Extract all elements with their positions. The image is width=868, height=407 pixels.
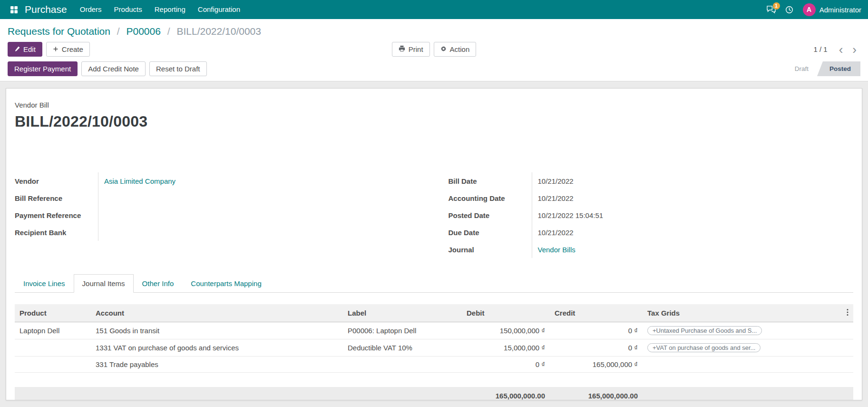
navbar-right: 1 A Administrator [767, 3, 861, 16]
breadcrumb-separator: / [167, 26, 170, 37]
cell-product [15, 357, 91, 373]
breadcrumb-separator: / [117, 26, 120, 37]
cell-label: Deductible VAT 10% [343, 339, 462, 357]
activity-clock-icon[interactable] [785, 6, 793, 14]
col-debit[interactable]: Debit [462, 304, 550, 322]
reset-to-draft-button[interactable]: Reset to Draft [149, 61, 207, 76]
vendor-label: Vendor [15, 172, 98, 189]
due-date-value: 10/21/2022 [532, 224, 854, 241]
state-posted[interactable]: Posted [817, 61, 860, 76]
user-menu[interactable]: A Administrator [803, 3, 861, 16]
optional-columns-toggle[interactable] [840, 304, 853, 322]
col-tax-grids[interactable]: Tax Grids [643, 304, 840, 322]
totals-empty [15, 387, 91, 401]
table-row[interactable]: Laptopn Dell 151 Goods in transit P00006… [15, 322, 853, 339]
totals-debit: 165,000,000.00 [462, 387, 550, 401]
totals-empty [840, 387, 853, 401]
due-date-label: Due Date [449, 224, 532, 241]
cell-product: Laptopn Dell [15, 322, 91, 339]
statusbar: Register Payment Add Credit Note Reset t… [0, 61, 868, 81]
bill-date-value: 10/21/2022 [532, 172, 854, 189]
avatar: A [803, 3, 816, 16]
state-widget: Draft Posted [786, 61, 860, 76]
create-button-label: Create [62, 45, 83, 53]
print-button-label: Print [409, 45, 423, 53]
breadcrumb-rfq[interactable]: Requests for Quotation [8, 26, 110, 37]
field-bill-date: Bill Date 10/21/2022 [449, 172, 854, 189]
bill-reference-label: Bill Reference [15, 189, 98, 207]
table-row[interactable]: 331 Trade payables 0 ₫ 165,000,000 ₫ [15, 357, 853, 373]
pager: 1 / 1 ‹ › [476, 43, 860, 56]
menu-configuration[interactable]: Configuration [192, 0, 246, 19]
vendor-value[interactable]: Asia Limited Company [98, 172, 420, 189]
cell-credit: 0 ₫ [550, 339, 643, 357]
field-accounting-date: Accounting Date 10/21/2022 [449, 189, 854, 207]
cp-left-buttons: Edit Create [8, 42, 392, 57]
cell-account: 1331 VAT on purchase of goods and servic… [91, 339, 343, 357]
pager-next-icon[interactable]: › [848, 43, 860, 56]
cell-debit: 15,000,000 ₫ [462, 339, 550, 357]
vendor-bill-sheet: Vendor Bill BILL/2022/10/0003 Vendor Asi… [6, 88, 862, 400]
field-group-right: Bill Date 10/21/2022 Accounting Date 10/… [449, 172, 854, 258]
cell-product [15, 339, 91, 357]
col-account[interactable]: Account [91, 304, 343, 322]
field-bill-reference: Bill Reference [15, 189, 420, 207]
edit-button[interactable]: Edit [8, 42, 42, 57]
posted-date-value: 10/21/2022 15:04:51 [532, 207, 854, 224]
journal-value[interactable]: Vendor Bills [532, 241, 854, 258]
breadcrumb-p00006[interactable]: P00006 [127, 26, 161, 37]
tab-journal-items[interactable]: Journal Items [74, 274, 134, 293]
menu-reporting[interactable]: Reporting [148, 0, 192, 19]
action-button[interactable]: Action [434, 42, 477, 57]
menu-orders[interactable]: Orders [74, 0, 108, 19]
tab-invoice-lines[interactable]: Invoice Lines [15, 274, 74, 293]
create-button[interactable]: Create [46, 42, 90, 57]
cell-extra [840, 339, 853, 357]
tax-grid-tag: +VAT on purchase of goods and ser... [647, 343, 761, 352]
tab-counterparts-mapping[interactable]: Counterparts Mapping [182, 274, 270, 293]
col-credit[interactable]: Credit [550, 304, 643, 322]
cell-credit: 0 ₫ [550, 322, 643, 339]
statusbar-buttons: Register Payment Add Credit Note Reset t… [8, 61, 207, 76]
add-credit-note-button[interactable]: Add Credit Note [81, 61, 146, 76]
totals-empty [343, 387, 462, 401]
top-navbar: Purchase Orders Products Reporting Confi… [0, 0, 868, 19]
table-header-row: Product Account Label Debit Credit Tax G… [15, 304, 853, 322]
form-view-background: Vendor Bill BILL/2022/10/0003 Vendor Asi… [0, 81, 868, 407]
menu-products[interactable]: Products [108, 0, 148, 19]
journal-items-table: Product Account Label Debit Credit Tax G… [15, 304, 853, 400]
journal-label: Journal [449, 241, 532, 258]
message-counter-badge: 1 [773, 2, 780, 10]
cell-credit: 165,000,000 ₫ [550, 357, 643, 373]
bill-reference-value [98, 189, 420, 207]
tab-other-info[interactable]: Other Info [134, 274, 183, 293]
cell-tax-grids: +VAT on purchase of goods and ser... [643, 339, 840, 357]
recipient-bank-value [98, 224, 420, 241]
col-product[interactable]: Product [15, 304, 91, 322]
bill-date-label: Bill Date [449, 172, 532, 189]
field-vendor: Vendor Asia Limited Company [15, 172, 420, 189]
cell-label: P00006: Laptopn Dell [343, 322, 462, 339]
register-payment-button[interactable]: Register Payment [8, 61, 78, 76]
apps-menu-icon[interactable] [7, 0, 21, 19]
field-posted-date: Posted Date 10/21/2022 15:04:51 [449, 207, 854, 224]
totals-credit: 165,000,000.00 [550, 387, 643, 401]
breadcrumb-current: BILL/2022/10/0003 [176, 26, 261, 37]
state-draft[interactable]: Draft [786, 61, 817, 76]
page-title: BILL/2022/10/0003 [15, 113, 853, 130]
recipient-bank-label: Recipient Bank [15, 224, 98, 241]
cell-account: 151 Goods in transit [91, 322, 343, 339]
messages-icon[interactable]: 1 [767, 6, 776, 14]
pager-previous-icon[interactable]: ‹ [835, 43, 847, 56]
field-payment-reference: Payment Reference [15, 207, 420, 224]
field-recipient-bank: Recipient Bank [15, 224, 420, 241]
print-button[interactable]: Print [392, 42, 430, 57]
col-label[interactable]: Label [343, 304, 462, 322]
kebab-dots-icon [847, 309, 848, 318]
table-row[interactable]: 1331 VAT on purchase of goods and servic… [15, 339, 853, 357]
app-name[interactable]: Purchase [25, 4, 67, 15]
field-due-date: Due Date 10/21/2022 [449, 224, 854, 241]
cell-extra [840, 357, 853, 373]
pager-text: 1 / 1 [813, 45, 827, 53]
accounting-date-value: 10/21/2022 [532, 189, 854, 207]
